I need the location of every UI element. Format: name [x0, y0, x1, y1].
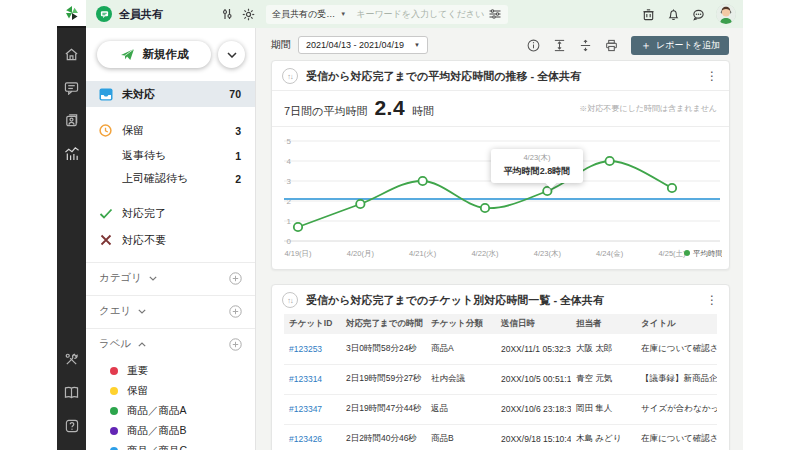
kebab-menu-icon[interactable]: ⋮: [705, 293, 719, 307]
new-ticket-button[interactable]: 新規作成: [97, 41, 211, 68]
add-label-button[interactable]: [229, 338, 242, 351]
search-filter-icon[interactable]: [487, 7, 502, 22]
label-item[interactable]: 商品／商品B: [86, 421, 255, 441]
inbox-icon: [98, 88, 113, 101]
status-label: 未対応: [122, 87, 229, 102]
label-name: 保留: [127, 384, 148, 398]
analytics-icon[interactable]: [57, 137, 86, 170]
svg-text:4/21(火): 4/21(火): [409, 249, 437, 258]
add-query-button[interactable]: [229, 305, 242, 318]
section-query[interactable]: クエリ: [86, 296, 255, 326]
new-ticket-dropdown-button[interactable]: [218, 41, 245, 68]
status-list: 未対応 70 保留 3 返事待ち 1 上司確認待ち 2: [86, 81, 255, 253]
status-untouched[interactable]: 未対応 70: [86, 81, 255, 107]
section-label: ラベル: [99, 337, 131, 351]
status-label: 返事待ち: [122, 148, 235, 163]
label-list: 重要 保留 商品／商品A 商品／商品B 商品／商品C 展示会: [86, 359, 255, 450]
toolbar-icons: [526, 38, 618, 52]
sort-icon[interactable]: ↑↓: [282, 68, 298, 84]
svg-text:5: 5: [287, 137, 292, 146]
status-awaiting-approval[interactable]: 上司確認待ち 2: [86, 167, 255, 190]
pinwheel-logo-icon: [64, 5, 80, 21]
col-ticket-id: チケットID: [284, 314, 341, 334]
print-icon[interactable]: [604, 38, 618, 52]
gear-icon[interactable]: [241, 7, 256, 22]
section-labels[interactable]: ラベル: [86, 329, 255, 359]
app-logo[interactable]: [57, 0, 86, 28]
period-select[interactable]: 2021/04/13 - 2021/04/19 ▼: [298, 36, 428, 54]
view-settings-icon[interactable]: [219, 7, 234, 22]
label-name: 商品／商品C: [127, 444, 187, 450]
ticket-id-link[interactable]: #123253: [284, 334, 341, 364]
home-icon[interactable]: [57, 38, 86, 71]
chat-icon[interactable]: [691, 7, 706, 22]
table-cell: 青空 元気: [571, 364, 636, 394]
table-cell: 【議事録】新商品企画会議…: [636, 364, 717, 394]
manual-icon[interactable]: [57, 376, 86, 409]
contacts-icon[interactable]: [57, 104, 86, 137]
svg-text:4/22(水): 4/22(水): [471, 249, 499, 258]
label-item[interactable]: 商品／商品C: [86, 441, 255, 450]
status-completed[interactable]: 対応完了: [86, 200, 255, 227]
status-count: 3: [235, 125, 241, 137]
spacing-icon[interactable]: [578, 38, 592, 52]
avatar[interactable]: [716, 4, 736, 24]
new-ticket-label: 新規作成: [143, 47, 189, 62]
status-count: 1: [235, 150, 241, 162]
topbar-right-icons: [641, 4, 736, 24]
label-dot: [110, 367, 118, 375]
table-row[interactable]: #1234262日2時間40分46秒商品B20XX/9/18 15:10:42木…: [284, 424, 717, 450]
workspace-icon: [96, 6, 112, 22]
bell-icon[interactable]: [666, 7, 681, 22]
table-cell: 20XX/9/18 15:10:42: [496, 424, 571, 450]
label-name: 商品／商品A: [127, 404, 187, 418]
summary-note: ※対応不要にした時間は含まれません: [579, 103, 717, 114]
tooltip-date: 4/23(木): [495, 153, 579, 163]
tools-icon[interactable]: [57, 343, 86, 376]
search-scope-dropdown[interactable]: 全員共有の受… ▼: [272, 8, 346, 21]
table-cell: 岡田 隼人: [571, 394, 636, 424]
table-row[interactable]: #1232533日0時間58分24秒商品A20XX/11/1 05:32:34大…: [284, 334, 717, 364]
messages-icon[interactable]: [57, 71, 86, 104]
status-no-action[interactable]: 対応不要: [86, 227, 255, 253]
section-category[interactable]: カテゴリ: [86, 263, 255, 293]
table-row[interactable]: #1233472日19時間47分44秒返品20XX/10/6 23:18:33岡…: [284, 394, 717, 424]
row-height-icon[interactable]: [552, 38, 566, 52]
svg-text:3: 3: [287, 177, 292, 186]
svg-text:4/25(土): 4/25(土): [658, 249, 686, 258]
ticket-id-link[interactable]: #123347: [284, 394, 341, 424]
workspace-title: 全員共有: [119, 7, 163, 22]
search-input[interactable]: [356, 9, 487, 19]
chart-card-header: ↑↓ 受信から対応完了までの平均対応時間の推移 - 全体共有 ⋮: [272, 61, 729, 90]
add-category-button[interactable]: [229, 272, 242, 285]
sort-icon[interactable]: ↑↓: [282, 292, 298, 308]
report-toolbar: 期間 2021/04/13 - 2021/04/19 ▼: [271, 35, 729, 55]
label-item[interactable]: 商品／商品A: [86, 401, 255, 421]
add-report-button[interactable]: ＋ レポートを追加: [631, 36, 729, 55]
label-item[interactable]: 保留: [86, 381, 255, 401]
table-cell: 2日2時間40分46秒: [341, 424, 426, 450]
table-cell: 木島 みどり: [571, 424, 636, 450]
table-cell: 2日19時間59分27秒: [341, 364, 426, 394]
x-icon: [98, 234, 113, 246]
trash-icon[interactable]: [641, 7, 656, 22]
info-icon[interactable]: [526, 38, 540, 52]
table-cell: 商品B: [426, 424, 496, 450]
ticket-id-link[interactable]: #123426: [284, 424, 341, 450]
col-title: タイトル: [636, 314, 717, 334]
tooltip-value: 平均時間2.8時間: [495, 165, 579, 178]
kebab-menu-icon[interactable]: ⋮: [705, 69, 719, 83]
col-sent-at: 送信日時: [496, 314, 571, 334]
ticket-table-wrap: チケットID 対応完了までの時間 チケット分類 送信日時 担当者 タイトル #1…: [284, 314, 717, 450]
table-cell: 商品A: [426, 334, 496, 364]
clock-icon: [98, 124, 113, 137]
status-awaiting-reply[interactable]: 返事待ち 1: [86, 144, 255, 167]
help-icon[interactable]: [57, 409, 86, 442]
status-hold[interactable]: 保留 3: [86, 117, 255, 144]
status-label: 対応完了: [122, 206, 241, 221]
table-cell: サイズが合わなかった為…: [636, 394, 717, 424]
table-card-header: ↑↓ 受信から対応完了までのチケット別対応時間一覧 - 全体共有 ⋮: [272, 285, 729, 314]
table-row[interactable]: #1233142日19時間59分27秒社内会議20XX/10/5 00:51:1…: [284, 364, 717, 394]
ticket-id-link[interactable]: #123314: [284, 364, 341, 394]
label-item[interactable]: 重要: [86, 361, 255, 381]
